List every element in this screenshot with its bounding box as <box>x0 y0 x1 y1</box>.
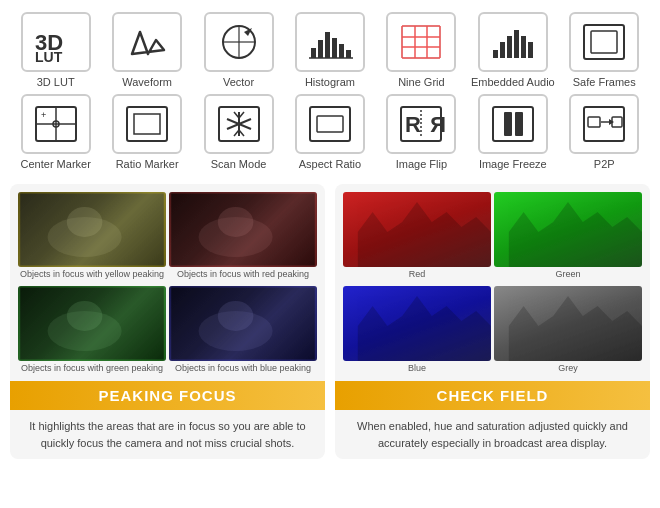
icon-label-aspect-ratio: Aspect Ratio <box>299 158 361 170</box>
svg-rect-29 <box>584 25 624 59</box>
icon-label-image-freeze: Image Freeze <box>479 158 547 170</box>
cf-blue-img <box>343 286 491 361</box>
icon-item-aspect-ratio[interactable]: Aspect Ratio <box>287 94 372 170</box>
icon-item-image-flip[interactable]: R R Image Flip <box>379 94 464 170</box>
icon-item-3d-lut[interactable]: 3D LUT 3D LUT <box>13 12 98 88</box>
icon-label-ratio-marker: Ratio Marker <box>116 158 179 170</box>
icon-item-waveform[interactable]: Waveform <box>105 12 190 88</box>
icon-label-vector: Vector <box>223 76 254 88</box>
icon-box-ratio-marker <box>112 94 182 154</box>
peaking-green-caption: Objects in focus with green peaking <box>18 361 166 377</box>
icon-label-3d-lut: 3D LUT <box>37 76 75 88</box>
icon-item-p2p[interactable]: P2P <box>562 94 647 170</box>
icons-row-1: 3D LUT 3D LUT Waveform <box>10 12 650 88</box>
svg-rect-28 <box>528 42 533 58</box>
peaking-images-grid: Objects in focus with yellow peaking Obj… <box>10 184 325 381</box>
icon-box-scan-mode <box>204 94 274 154</box>
icon-label-safe-frames: Safe Frames <box>573 76 636 88</box>
icon-box-embedded-audio <box>478 12 548 72</box>
svg-rect-37 <box>134 114 160 134</box>
peaking-green-wrapper: Objects in focus with green peaking <box>18 286 166 377</box>
cf-blue-caption: Blue <box>343 361 491 377</box>
icon-box-3d-lut: 3D LUT <box>21 12 91 72</box>
icon-item-scan-mode[interactable]: Scan Mode <box>196 94 281 170</box>
peaking-blue-caption: Objects in focus with blue peaking <box>169 361 317 377</box>
svg-rect-14 <box>402 26 440 58</box>
svg-point-64 <box>218 207 254 237</box>
icon-item-center-marker[interactable]: + Center Marker <box>13 94 98 170</box>
peaking-yellow-wrapper: Objects in focus with yellow peaking <box>18 192 166 283</box>
icon-item-embedded-audio[interactable]: Embedded Audio <box>470 12 555 88</box>
icon-label-center-marker: Center Marker <box>21 158 91 170</box>
icon-box-image-freeze <box>478 94 548 154</box>
svg-text:R: R <box>430 112 446 137</box>
svg-rect-27 <box>521 36 526 58</box>
checkfield-images-grid: Red Green Blue <box>335 184 650 381</box>
svg-rect-30 <box>591 31 617 53</box>
icons-row-2: + Center Marker Ratio Marker <box>10 94 650 170</box>
svg-text:LUT: LUT <box>35 49 63 62</box>
peaking-green-img <box>18 286 166 361</box>
svg-marker-75 <box>509 296 642 361</box>
icon-item-histogram[interactable]: Histogram <box>287 12 372 88</box>
icon-label-nine-grid: Nine Grid <box>398 76 444 88</box>
icon-box-vector <box>204 12 274 72</box>
svg-rect-23 <box>493 50 498 58</box>
bottom-section: Objects in focus with yellow peaking Obj… <box>0 174 660 469</box>
cf-grey-wrapper: Grey <box>494 286 642 377</box>
svg-rect-8 <box>318 40 323 58</box>
svg-rect-9 <box>325 32 330 58</box>
svg-marker-73 <box>509 202 642 267</box>
svg-rect-53 <box>504 112 512 136</box>
cf-green-img <box>494 192 642 267</box>
icon-item-nine-grid[interactable]: Nine Grid <box>379 12 464 88</box>
svg-marker-2 <box>132 32 164 54</box>
icon-item-safe-frames[interactable]: Safe Frames <box>562 12 647 88</box>
icon-label-scan-mode: Scan Mode <box>211 158 267 170</box>
icon-box-p2p <box>569 94 639 154</box>
peaking-panel: Objects in focus with yellow peaking Obj… <box>10 184 325 459</box>
icon-box-image-flip: R R <box>386 94 456 154</box>
icon-label-embedded-audio: Embedded Audio <box>471 76 555 88</box>
cf-green-caption: Green <box>494 267 642 283</box>
svg-rect-26 <box>514 30 519 58</box>
checkfield-title: CHECK FIELD <box>335 381 650 410</box>
peaking-yellow-img <box>18 192 166 267</box>
peaking-desc: It highlights the areas that are in focu… <box>10 410 325 459</box>
icons-section: 3D LUT 3D LUT Waveform <box>0 0 660 174</box>
cf-grey-caption: Grey <box>494 361 642 377</box>
svg-rect-11 <box>339 44 344 58</box>
peaking-red-wrapper: Objects in focus with red peaking <box>169 192 317 283</box>
svg-rect-10 <box>332 38 337 58</box>
icon-box-safe-frames <box>569 12 639 72</box>
icon-item-ratio-marker[interactable]: Ratio Marker <box>105 94 190 170</box>
icon-box-waveform <box>112 12 182 72</box>
cf-green-wrapper: Green <box>494 192 642 283</box>
svg-rect-7 <box>311 48 316 58</box>
svg-text:R: R <box>405 112 421 137</box>
icon-box-nine-grid <box>386 12 456 72</box>
svg-rect-12 <box>346 50 351 58</box>
svg-rect-46 <box>310 107 350 141</box>
icon-box-center-marker: + <box>21 94 91 154</box>
cf-grey-img <box>494 286 642 361</box>
cf-red-caption: Red <box>343 267 491 283</box>
svg-rect-24 <box>500 42 505 58</box>
icon-box-aspect-ratio <box>295 94 365 154</box>
peaking-blue-wrapper: Objects in focus with blue peaking <box>169 286 317 377</box>
peaking-blue-img <box>169 286 317 361</box>
checkfield-desc: When enabled, hue and saturation adjuste… <box>335 410 650 459</box>
peaking-red-img <box>169 192 317 267</box>
peaking-yellow-caption: Objects in focus with yellow peaking <box>18 267 166 283</box>
peaking-red-caption: Objects in focus with red peaking <box>169 267 317 283</box>
svg-rect-56 <box>588 117 600 127</box>
svg-rect-36 <box>127 107 167 141</box>
cf-red-img <box>343 192 491 267</box>
svg-point-70 <box>218 301 254 331</box>
svg-marker-72 <box>358 202 491 267</box>
svg-point-67 <box>67 301 103 331</box>
icon-item-vector[interactable]: Vector <box>196 12 281 88</box>
svg-marker-74 <box>358 296 491 361</box>
svg-rect-25 <box>507 36 512 58</box>
icon-item-image-freeze[interactable]: Image Freeze <box>470 94 555 170</box>
